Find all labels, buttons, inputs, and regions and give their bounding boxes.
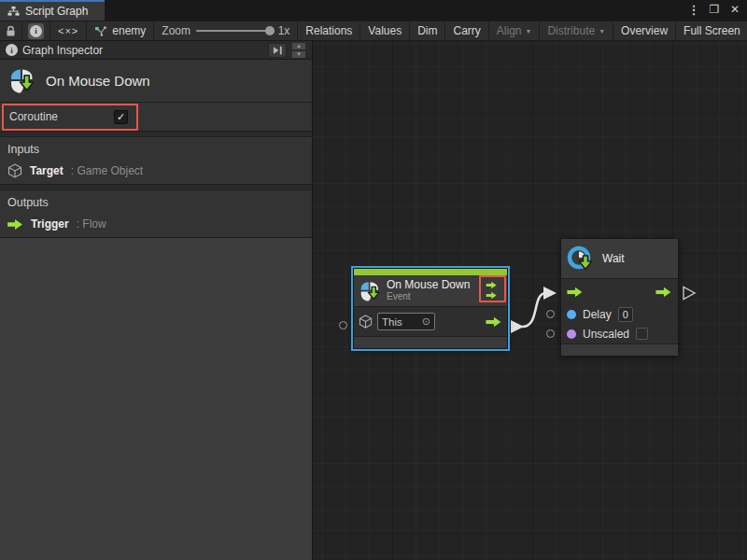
tab-script-graph[interactable]: Script Graph (0, 0, 105, 21)
node-title: Wait (602, 253, 625, 265)
node-footer (561, 343, 678, 356)
event-node-header[interactable]: On Mouse Down Event (354, 275, 507, 307)
carry-button[interactable]: Carry (445, 21, 488, 40)
wait-output-port-triangle[interactable] (684, 287, 695, 300)
graph-asset-icon (94, 26, 106, 36)
distribute-dropdown[interactable]: Distribute ▼ (540, 21, 613, 40)
scroll-down-button[interactable]: ▼ (291, 50, 306, 59)
output-name: Trigger (31, 217, 69, 231)
zoom-control: Zoom 1x (154, 21, 298, 40)
dim-button[interactable]: Dim (410, 21, 445, 40)
graph-breadcrumb[interactable]: enemy (87, 21, 154, 40)
coroutine-checkbox[interactable]: ✓ (114, 110, 128, 124)
inputs-section: Inputs Target : Game Object (0, 137, 312, 185)
lock-icon (6, 25, 16, 37)
unscaled-checkbox[interactable] (636, 328, 648, 340)
delay-row: Delay 0 (561, 304, 678, 324)
info-icon: i (6, 44, 18, 56)
input-row-target: Target : Game Object (0, 158, 312, 185)
zoom-label: Zoom (162, 24, 190, 37)
cube-icon (7, 163, 22, 178)
on-mouse-down-icon (9, 67, 35, 94)
chevron-down-icon: ▼ (599, 28, 605, 35)
window-menu-icon[interactable]: ⋮ (685, 1, 702, 18)
code-icon: <×> (58, 25, 78, 36)
lock-button[interactable] (0, 21, 22, 40)
delay-port-dot[interactable] (567, 310, 576, 319)
close-icon[interactable]: ✕ (726, 1, 743, 18)
chevron-down-icon: ▼ (526, 28, 532, 35)
wait-delay-port[interactable] (546, 310, 555, 318)
unscaled-row: Unscaled (561, 324, 678, 343)
object-picker-icon[interactable]: ⊙ (422, 315, 430, 328)
dock-panel-button[interactable] (268, 43, 287, 58)
inspector-title: Graph Inspector (22, 44, 103, 57)
wait-unscaled-port[interactable] (546, 329, 555, 338)
window-tab-bar: Script Graph ⋮ ❐ ✕ (0, 0, 747, 21)
output-row-trigger: Trigger : Flow (0, 211, 312, 238)
code-preview-button[interactable]: <×> (50, 21, 87, 40)
wait-clock-icon (567, 245, 596, 273)
zoom-value: 1x (278, 24, 290, 37)
graph-toolbar: i <×> enemy Zoom 1x Relations Values Dim… (0, 21, 747, 41)
dock-icon (273, 46, 283, 55)
node-subtitle: Event (387, 291, 470, 302)
graph-inspector-panel: i Graph Inspector ▲ ▼ (0, 41, 313, 560)
panel-scroll-arrows: ▲ ▼ (291, 42, 306, 59)
info-icon: i (28, 23, 44, 39)
relations-button[interactable]: Relations (298, 21, 360, 40)
node-title: On Mouse Down (387, 279, 470, 291)
scroll-up-button[interactable]: ▲ (291, 42, 306, 50)
zoom-slider-handle[interactable] (265, 26, 275, 35)
wire-arrowhead (543, 287, 557, 300)
node-on-mouse-down[interactable]: On Mouse Down Event This (353, 268, 508, 349)
unscaled-port-dot[interactable] (567, 329, 576, 339)
outputs-section: Outputs Trigger : Flow (0, 190, 312, 238)
target-value-field[interactable]: This ⊙ (377, 313, 435, 330)
fullscreen-button[interactable]: Full Screen (676, 21, 747, 40)
on-mouse-down-icon (359, 280, 380, 302)
graph-canvas[interactable]: On Mouse Down Event This (313, 41, 747, 560)
event-node-input-port[interactable] (339, 321, 347, 329)
cube-icon (359, 315, 373, 329)
node-wait[interactable]: Wait Delay 0 Unscaled (560, 238, 679, 357)
delay-label: Delay (583, 308, 612, 321)
wait-flow-row (561, 279, 678, 304)
output-type: : Flow (77, 217, 106, 231)
flow-input-port[interactable] (567, 286, 584, 299)
inspector-header: i Graph Inspector ▲ ▼ (0, 41, 312, 60)
values-button[interactable]: Values (360, 21, 410, 40)
unit-title: On Mouse Down (46, 73, 150, 89)
unscaled-label: Unscaled (583, 328, 629, 341)
tab-title: Script Graph (25, 5, 88, 18)
inspector-toggle-button[interactable]: i (22, 21, 50, 40)
window-controls: ⋮ ❐ ✕ (685, 0, 743, 19)
maximize-icon[interactable]: ❐ (706, 1, 723, 18)
graph-name-label: enemy (112, 24, 146, 37)
inputs-header: Inputs (0, 137, 312, 158)
flow-arrow-icon (7, 218, 23, 231)
flow-wire[interactable] (522, 293, 546, 327)
delay-value-field[interactable]: 0 (618, 307, 633, 322)
wait-node-header[interactable]: Wait (561, 239, 678, 279)
outputs-header: Outputs (0, 190, 312, 211)
coroutine-label: Coroutine (9, 110, 114, 123)
input-type: : Game Object (71, 164, 143, 177)
wire-start-cap (511, 320, 524, 333)
overview-button[interactable]: Overview (613, 21, 676, 40)
trigger-output-port[interactable] (486, 315, 502, 329)
node-footer (354, 336, 507, 348)
flow-output-port[interactable] (655, 286, 672, 299)
event-node-body: This ⊙ (354, 307, 507, 336)
event-highlight-bar (354, 269, 507, 275)
zoom-slider[interactable] (196, 30, 273, 32)
coroutine-arrows-icon (480, 278, 503, 301)
script-graph-icon (7, 6, 20, 17)
unit-title-block: On Mouse Down (0, 60, 312, 103)
input-name: Target (30, 164, 63, 177)
align-dropdown[interactable]: Align ▼ (489, 21, 541, 40)
coroutine-row: Coroutine ✓ (0, 103, 312, 132)
